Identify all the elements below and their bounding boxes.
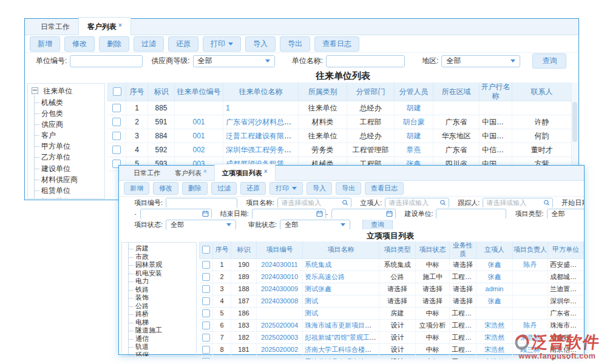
table-cell[interactable]: 测试	[303, 307, 379, 319]
tree-item[interactable]: 隧道施工	[128, 326, 196, 335]
table-cell[interactable]: 001	[175, 115, 223, 129]
row-checkbox[interactable]	[202, 261, 210, 269]
tab-close-icon[interactable]: ×	[118, 22, 122, 29]
toolbar-button[interactable]: 导入	[245, 36, 276, 52]
row-checkbox[interactable]	[202, 273, 210, 281]
tree-item[interactable]: 客户	[34, 130, 104, 141]
table-cell[interactable]: 广东省河沙材料总公司	[223, 115, 299, 129]
table-cell[interactable]: 资乐高速公路	[303, 271, 379, 283]
table-cell[interactable]: 2025020003	[257, 331, 303, 343]
column-header[interactable]: 往来单位编号	[175, 83, 223, 101]
tab[interactable]: 立项项目列表×	[214, 164, 276, 181]
toolbar-button[interactable]: 新增	[124, 182, 149, 195]
table-cell[interactable]: 2025020004	[257, 319, 303, 331]
column-header[interactable]: 标识	[231, 241, 257, 258]
end-date-to-field[interactable]	[331, 209, 396, 218]
table-cell[interactable]: 章燕	[395, 143, 433, 157]
scrollbar-thumb[interactable]	[572, 102, 577, 142]
cell-link[interactable]: 胡台蒙	[403, 118, 425, 126]
column-header[interactable]: 项目类型	[379, 241, 416, 258]
tab[interactable]: 客户列表×	[78, 17, 131, 35]
table-cell[interactable]: 2025020001	[257, 356, 303, 359]
cell-link[interactable]: 陈丹	[524, 261, 537, 268]
cell-link[interactable]: admin	[486, 285, 504, 292]
tracker-search[interactable]	[483, 198, 553, 207]
table-cell[interactable]: 2025020002	[257, 343, 303, 356]
cell-link[interactable]: 宋浩然	[484, 322, 504, 329]
build-unit-input[interactable]	[436, 209, 506, 218]
table-row[interactable]: 21892024030010资乐高速公路公路施工中工程施工张鑫成都城市管理局	[200, 271, 584, 283]
row-checkbox[interactable]	[202, 358, 210, 359]
column-header[interactable]: 分管人员	[395, 83, 433, 101]
column-header[interactable]: 项目负责人	[513, 241, 548, 258]
cell-link[interactable]: 张鑫	[488, 297, 501, 305]
table-cell[interactable]: 001	[175, 129, 223, 143]
column-header[interactable]: 开户行名称	[480, 83, 512, 101]
tree-item[interactable]: 园林景观	[128, 261, 196, 269]
tab[interactable]: 日常工作	[32, 19, 78, 35]
cell-link[interactable]: 张鑫	[488, 261, 501, 268]
toolbar-button[interactable]: 删除	[182, 182, 208, 195]
unit-no-input[interactable]	[70, 55, 143, 67]
cell-link[interactable]: 章燕	[407, 146, 421, 154]
cell-link[interactable]: 2025020004	[261, 322, 298, 329]
collapse-icon[interactable]	[32, 87, 38, 94]
cell-link[interactable]: 宋浩然	[484, 334, 504, 341]
tree-item[interactable]: 供应商	[34, 119, 104, 130]
row-checkbox[interactable]	[112, 118, 121, 126]
project-name-search[interactable]	[277, 198, 351, 207]
cell-link[interactable]: 张鑫	[488, 273, 501, 280]
cell-link[interactable]: 陈丹	[524, 322, 537, 329]
table-row[interactable]: 18851往来单位总经办胡建	[108, 101, 572, 115]
toolbar-button[interactable]: 还原	[168, 36, 198, 52]
table-cell[interactable]: 深圳华强工程劳务公司班组	[223, 143, 299, 157]
column-header[interactable]: 联系人	[512, 83, 572, 101]
row-checkbox[interactable]	[202, 322, 210, 329]
table-cell[interactable]: 张鑫	[476, 271, 513, 283]
cell-link[interactable]: 济南大学工科综合楼建设设计项目	[305, 346, 379, 353]
cell-link[interactable]: 2024030011	[261, 261, 297, 268]
row-checkbox[interactable]	[112, 146, 121, 154]
toolbar-button[interactable]: 修改	[153, 182, 178, 195]
cell-link[interactable]: 测试	[305, 297, 318, 305]
column-header[interactable]: 业务性质	[450, 241, 476, 258]
project-name-input[interactable]	[277, 198, 351, 207]
toolbar-button[interactable]: 新增	[30, 36, 60, 52]
row-checkbox[interactable]	[202, 346, 210, 354]
tree-item[interactable]: 铁路	[128, 286, 196, 294]
cell-link[interactable]: 资乐高速公路	[305, 273, 345, 280]
toolbar-button[interactable]: 过滤	[211, 182, 237, 195]
table-cell[interactable]: 胡建	[395, 101, 433, 115]
tab-close-icon[interactable]: ×	[203, 168, 207, 175]
table-row[interactable]: 61832025020004珠海市城市更新项目紫桐苑安置点设...设计立项分析工…	[200, 319, 584, 331]
row-checkbox[interactable]	[112, 132, 121, 140]
table-cell[interactable]: 济南大学工科综合楼建设设计项目	[303, 343, 379, 356]
tree-item[interactable]: 机械类	[34, 97, 104, 108]
table-cell[interactable]: 陈丹	[513, 258, 548, 271]
table-cell[interactable]: 张鑫	[476, 295, 513, 307]
cell-link[interactable]: 2025020001	[261, 358, 298, 359]
table-row[interactable]: 3884001泛普工程建设有限公司往来单位总经办胡建华东地区中国建...何韵	[108, 129, 572, 143]
row-checkbox[interactable]	[202, 309, 210, 317]
toolbar-button[interactable]: 打印	[270, 182, 303, 195]
start-date-to-input[interactable]	[140, 209, 212, 218]
tree-item[interactable]: 建设单位	[34, 163, 104, 174]
tree-item[interactable]: 公路	[128, 302, 196, 311]
toolbar-button[interactable]: 删除	[99, 36, 129, 52]
table-cell[interactable]: 002	[175, 143, 223, 157]
approval-status-select[interactable]: 全部	[280, 220, 350, 229]
start-date-to-field[interactable]	[140, 209, 212, 218]
toolbar-button[interactable]: 导出	[336, 182, 361, 195]
tree-item[interactable]: 乙方单位	[34, 152, 104, 163]
table-cell[interactable]: 珠海市城市更新项目紫桐苑安置点设...	[303, 319, 379, 331]
cell-link[interactable]: 2025020002	[261, 346, 298, 353]
table-row[interactable]: 2591001广东省河沙材料总公司材料类工程部胡台蒙广东省中国银...许静	[108, 115, 572, 129]
cell-link[interactable]: 测试	[305, 309, 318, 317]
project-no-input[interactable]	[166, 198, 237, 207]
row-checkbox[interactable]	[202, 297, 210, 305]
table-cell[interactable]: 1	[223, 101, 299, 115]
end-date-field[interactable]	[252, 209, 326, 218]
column-header[interactable]: 标识	[148, 83, 175, 101]
toolbar-button[interactable]: 修改	[64, 36, 95, 52]
tree-item[interactable]: 通信	[128, 335, 196, 343]
